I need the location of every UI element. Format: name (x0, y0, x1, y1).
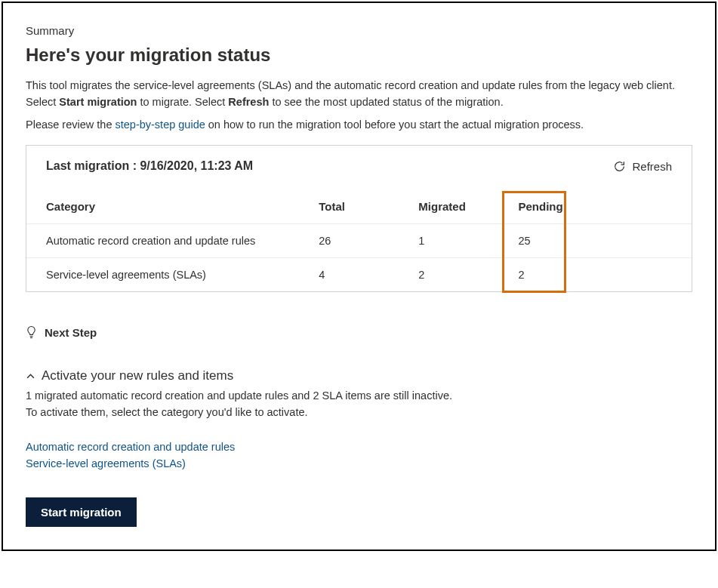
intro-text-1b: to migrate. Select (137, 96, 228, 108)
activate-section-toggle[interactable]: Activate your new rules and items (26, 368, 692, 383)
start-migration-button[interactable]: Start migration (26, 497, 137, 527)
intro-bold-start-migration: Start migration (59, 96, 137, 108)
last-migration-timestamp: Last migration : 9/16/2020, 11:23 AM (46, 159, 253, 173)
chevron-up-icon (26, 371, 35, 381)
refresh-label: Refresh (632, 160, 672, 173)
cell-migrated: 2 (399, 258, 498, 292)
status-table-wrap: Category Total Migrated Pending Automati… (26, 189, 692, 291)
card-header: Last migration : 9/16/2020, 11:23 AM Ref… (26, 146, 692, 173)
activate-body-line1: 1 migrated automatic record creation and… (26, 388, 692, 405)
next-step-section: Next Step (26, 325, 692, 340)
page-title: Here's your migration status (26, 45, 692, 66)
header-category: Category (26, 189, 299, 224)
activate-body-line2: To activate them, select the category yo… (26, 405, 692, 421)
category-links: Automatic record creation and update rul… (26, 439, 692, 473)
lightbulb-icon (26, 325, 37, 340)
intro-bold-refresh: Refresh (228, 96, 269, 108)
header-total: Total (299, 189, 399, 224)
summary-label: Summary (26, 24, 692, 37)
refresh-button[interactable]: Refresh (613, 160, 672, 173)
cell-migrated: 1 (399, 224, 498, 258)
cell-pending: 2 (498, 258, 692, 292)
page-frame: Summary Here's your migration status Thi… (2, 2, 716, 551)
cell-category: Automatic record creation and update rul… (26, 224, 299, 258)
activate-section-body: 1 migrated automatic record creation and… (26, 388, 692, 421)
header-migrated: Migrated (399, 189, 498, 224)
cell-total: 26 (299, 224, 399, 258)
activate-section-title: Activate your new rules and items (42, 368, 233, 383)
table-row: Service-level agreements (SLAs) 4 2 2 (26, 258, 692, 292)
table-row: Automatic record creation and update rul… (26, 224, 692, 258)
cell-total: 4 (299, 258, 399, 292)
cell-pending: 25 (498, 224, 692, 258)
refresh-icon (613, 160, 626, 173)
intro-text-2a: Please review the (26, 119, 115, 131)
next-step-label: Next Step (45, 326, 97, 339)
intro-paragraph-2: Please review the step-by-step guide on … (26, 117, 683, 134)
intro-text-1c: to see the most updated status of the mi… (269, 96, 503, 108)
intro-paragraph-1: This tool migrates the service-level agr… (26, 78, 683, 111)
cell-category: Service-level agreements (SLAs) (26, 258, 299, 292)
step-by-step-guide-link[interactable]: step-by-step guide (115, 119, 205, 131)
link-automatic-record-creation[interactable]: Automatic record creation and update rul… (26, 439, 692, 456)
link-service-level-agreements[interactable]: Service-level agreements (SLAs) (26, 456, 692, 473)
intro-text-2b: on how to run the migration tool before … (205, 119, 584, 131)
status-table: Category Total Migrated Pending Automati… (26, 189, 692, 291)
migration-status-card: Last migration : 9/16/2020, 11:23 AM Ref… (26, 145, 692, 292)
table-header-row: Category Total Migrated Pending (26, 189, 692, 224)
header-pending: Pending (498, 189, 692, 224)
